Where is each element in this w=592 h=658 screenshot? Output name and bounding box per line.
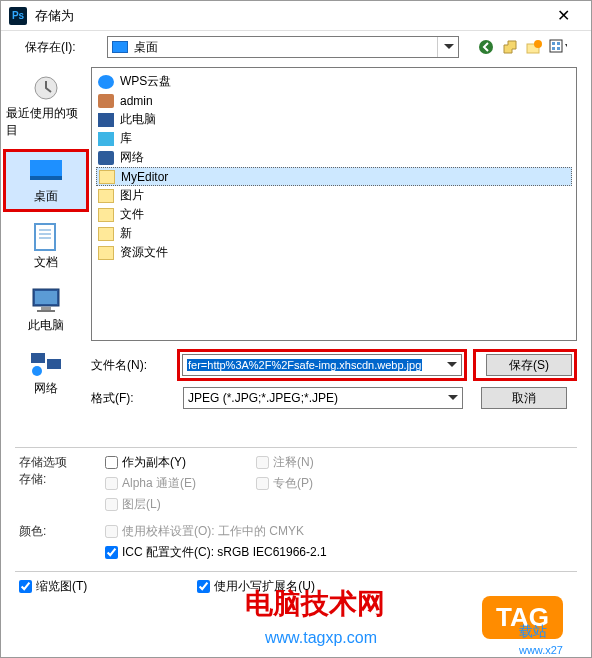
chk-spot	[256, 477, 269, 490]
file-name: 库	[120, 130, 132, 147]
network-icon	[28, 348, 64, 378]
network-folder-icon	[98, 151, 114, 165]
file-item[interactable]: 库	[96, 129, 572, 148]
file-item[interactable]: 文件	[96, 205, 572, 224]
file-item[interactable]: 资源文件	[96, 243, 572, 262]
file-name: WPS云盘	[120, 73, 171, 90]
svg-rect-3	[550, 40, 562, 52]
chk-icc-label: ICC 配置文件(C): sRGB IEC61966-2.1	[122, 544, 327, 561]
folder-icon	[98, 208, 114, 222]
chk-notes	[256, 456, 269, 469]
place-label: 桌面	[34, 188, 58, 205]
file-name: 图片	[120, 187, 144, 204]
location-dropdown[interactable]: 桌面	[107, 36, 459, 58]
file-list[interactable]: WPS云盘 admin 此电脑 库 网络 MyEditor 图片 文件 新 资源…	[91, 67, 577, 341]
close-button[interactable]: ✕	[543, 3, 583, 29]
file-item[interactable]: 图片	[96, 186, 572, 205]
user-icon	[98, 94, 114, 108]
place-label: 此电脑	[28, 317, 64, 334]
svg-point-2	[534, 40, 542, 48]
options-title: 存储选项	[19, 454, 105, 471]
cloud-icon	[98, 75, 114, 89]
chk-notes-label: 注释(N)	[273, 454, 314, 471]
new-folder-icon[interactable]	[525, 38, 543, 56]
place-label: 文档	[34, 254, 58, 271]
file-item[interactable]: 网络	[96, 148, 572, 167]
save-button[interactable]: 保存(S)	[486, 354, 572, 376]
location-label: 保存在(I):	[25, 39, 99, 56]
recent-icon	[28, 73, 64, 103]
file-name: 资源文件	[120, 244, 168, 261]
dropdown-arrow-icon	[437, 37, 454, 57]
chk-ascopy-label: 作为副本(Y)	[122, 454, 186, 471]
location-value: 桌面	[134, 39, 158, 56]
chk-alpha	[105, 477, 118, 490]
store-label: 存储:	[19, 471, 105, 488]
place-documents[interactable]: 文档	[6, 218, 86, 275]
folder-icon	[99, 170, 115, 184]
chk-alpha-label: Alpha 通道(E)	[122, 475, 196, 492]
place-thispc[interactable]: 此电脑	[6, 281, 86, 338]
filename-label: 文件名(N):	[91, 357, 177, 374]
filename-value: fer=http%3A%2F%2Fsafe-img.xhscdn.webp.jp…	[187, 359, 422, 371]
format-dropdown[interactable]: JPEG (*.JPG;*.JPEG;*.JPE)	[183, 387, 463, 409]
chk-layers-label: 图层(L)	[122, 496, 161, 513]
filename-input[interactable]: fer=http%3A%2F%2Fsafe-img.xhscdn.webp.jp…	[182, 354, 462, 376]
place-desktop[interactable]: 桌面	[6, 152, 86, 209]
file-name: 文件	[120, 206, 144, 223]
file-item[interactable]: 此电脑	[96, 110, 572, 129]
svg-rect-4	[552, 42, 555, 45]
desktop-icon	[112, 41, 128, 53]
svg-rect-20	[47, 359, 61, 369]
file-item[interactable]: admin	[96, 91, 572, 110]
svg-rect-5	[557, 42, 560, 45]
file-item[interactable]: 新	[96, 224, 572, 243]
svg-rect-16	[35, 291, 57, 304]
chk-proof	[105, 525, 118, 538]
svg-rect-17	[41, 307, 51, 310]
svg-point-0	[479, 40, 493, 54]
svg-point-21	[32, 366, 42, 376]
cancel-button[interactable]: 取消	[481, 387, 567, 409]
dropdown-arrow-icon	[447, 362, 457, 368]
file-name: 新	[120, 225, 132, 242]
chk-thumbnail[interactable]	[19, 580, 32, 593]
svg-rect-7	[557, 47, 560, 50]
file-name: MyEditor	[121, 170, 168, 184]
place-network[interactable]: 网络	[6, 344, 86, 401]
chk-thumbnail-label: 缩览图(T)	[36, 578, 87, 595]
file-name: 网络	[120, 149, 144, 166]
svg-rect-19	[31, 353, 45, 363]
pc-icon	[98, 113, 114, 127]
color-label: 颜色:	[15, 523, 105, 565]
file-name: admin	[120, 94, 153, 108]
svg-rect-11	[35, 224, 55, 250]
place-recent[interactable]: 最近使用的项目	[6, 69, 86, 143]
svg-rect-10	[30, 176, 62, 180]
svg-rect-6	[552, 47, 555, 50]
back-icon[interactable]	[477, 38, 495, 56]
watermark-text: 电脑技术网	[245, 585, 385, 623]
chk-icc[interactable]	[105, 546, 118, 559]
place-label: 网络	[34, 380, 58, 397]
up-icon[interactable]	[501, 38, 519, 56]
file-item-selected[interactable]: MyEditor	[96, 167, 572, 186]
folder-icon	[98, 227, 114, 241]
format-label: 格式(F):	[91, 390, 177, 407]
chk-proof-label: 使用校样设置(O): 工作中的 CMYK	[122, 523, 304, 540]
chk-ascopy[interactable]	[105, 456, 118, 469]
place-label: 最近使用的项目	[6, 105, 86, 139]
view-menu-icon[interactable]	[549, 38, 567, 56]
thispc-icon	[28, 285, 64, 315]
file-item[interactable]: WPS云盘	[96, 72, 572, 91]
format-value: JPEG (*.JPG;*.JPEG;*.JPE)	[188, 391, 338, 405]
desktop-place-icon	[28, 156, 64, 186]
chk-lowercase[interactable]	[197, 580, 210, 593]
folder-icon	[98, 189, 114, 203]
app-icon: Ps	[9, 7, 27, 25]
library-icon	[98, 132, 114, 146]
watermark-url: www.tagxp.com	[265, 629, 377, 647]
documents-icon	[28, 222, 64, 252]
dropdown-arrow-icon	[448, 395, 458, 401]
window-title: 存储为	[35, 7, 543, 25]
